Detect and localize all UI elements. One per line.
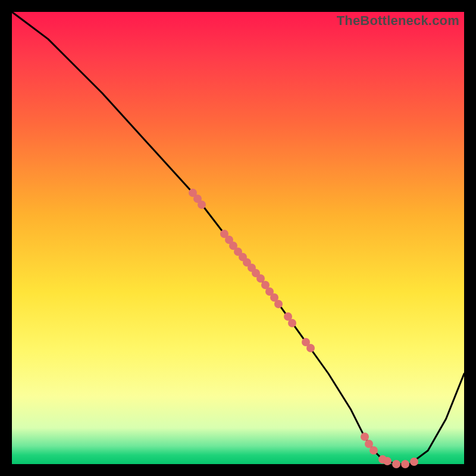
highlight-dot: [198, 201, 206, 209]
chart-container: TheBottleneck.com: [0, 0, 476, 476]
highlight-dot: [392, 460, 400, 468]
highlight-dot: [410, 458, 418, 466]
highlight-dot: [401, 460, 409, 468]
highlight-dot: [288, 319, 296, 327]
plot-area: TheBottleneck.com: [12, 12, 464, 464]
curve-svg: [12, 12, 464, 464]
bottleneck-curve: [12, 12, 464, 464]
highlight-dot: [306, 344, 315, 352]
highlight-dot: [383, 457, 392, 465]
